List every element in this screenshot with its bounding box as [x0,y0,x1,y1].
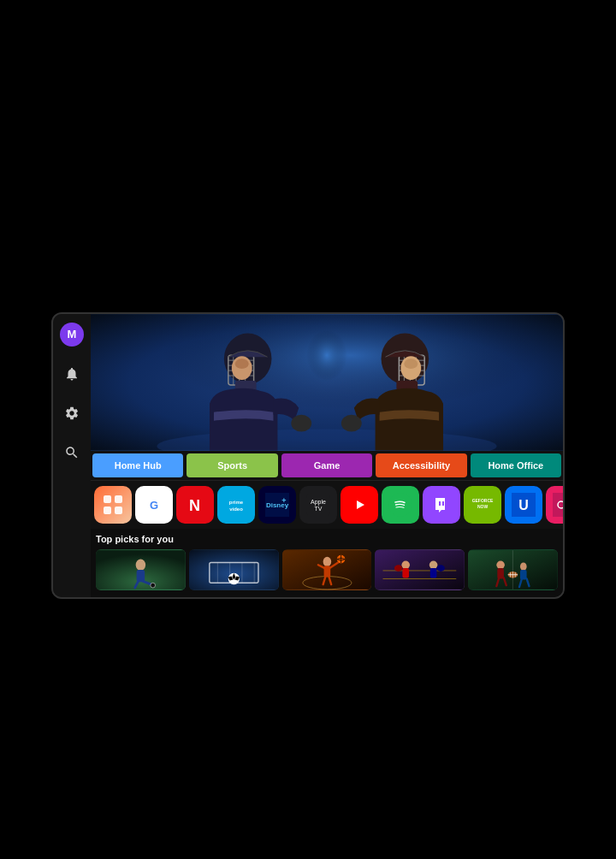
svg-point-75 [136,559,145,570]
svg-rect-32 [104,507,111,514]
svg-text:U: U [518,498,529,512]
app-icon-youtube[interactable] [341,486,378,524]
svg-text:+: + [281,496,286,505]
svg-rect-52 [442,501,444,506]
app-icon-appletv[interactable]: Apple TV [299,486,337,524]
svg-rect-30 [104,495,111,503]
search-icon[interactable] [60,441,84,465]
svg-rect-31 [115,495,122,503]
svg-rect-101 [403,568,410,578]
svg-text:GEFORCE: GEFORCE [472,498,494,503]
svg-rect-33 [115,507,122,514]
tab-sports[interactable]: Sports [187,453,277,477]
svg-point-29 [404,358,418,369]
svg-point-112 [520,562,527,571]
sidebar: M [53,314,91,597]
svg-text:prime: prime [229,500,244,505]
svg-point-24 [341,414,362,431]
svg-rect-104 [430,568,437,578]
hero-image [91,314,563,451]
svg-text:video: video [229,507,243,512]
svg-text:G: G [150,499,158,512]
app-icon-disney[interactable]: Disney + [258,486,296,524]
app-icon-google[interactable]: G [135,486,173,524]
tab-home-office[interactable]: Home Office [471,453,561,477]
top-picks-section: Top picks for you [91,529,563,597]
category-tabs: Home Hub Sports Game Accessibility Home … [91,451,563,481]
svg-point-108 [497,560,506,569]
tv-inner: M [53,314,563,597]
tv-frame: M [51,312,565,599]
app-icon-nvidia[interactable]: GEFORCE NOW [464,486,501,524]
bell-icon[interactable] [60,362,84,386]
svg-point-89 [323,556,331,566]
tab-accessibility[interactable]: Accessibility [376,453,466,477]
pick-card-2[interactable] [189,549,279,590]
svg-point-13 [291,414,311,431]
pick-card-3[interactable] [282,549,372,590]
svg-text:TV: TV [315,506,323,512]
app-icon-spotify[interactable] [382,486,419,524]
svg-rect-38 [224,493,248,517]
svg-rect-25 [286,314,367,416]
pick-card-5[interactable] [468,549,558,590]
svg-rect-51 [439,501,441,506]
app-icon-netflix[interactable]: N [176,486,214,524]
pick-card-1[interactable] [96,549,186,590]
pick-card-4[interactable] [375,549,465,590]
svg-point-79 [151,583,156,588]
svg-text:Apple: Apple [311,499,326,506]
profile-icon[interactable]: M [60,323,84,347]
svg-text:NOW: NOW [477,504,489,509]
tab-home-hub[interactable]: Home Hub [92,453,183,477]
svg-point-105 [437,565,446,572]
picks-row [96,549,558,590]
app-icon-prime[interactable]: prime video [217,486,255,524]
svg-point-103 [429,560,438,569]
svg-rect-97 [375,550,465,589]
tab-game[interactable]: Game [281,453,372,477]
app-icon-apps[interactable] [94,486,132,524]
svg-point-100 [402,560,411,569]
hero-banner [91,314,563,451]
main-content: Home Hub Sports Game Accessibility Home … [91,314,563,597]
app-icon-ar[interactable] [546,486,563,524]
app-icon-twitch[interactable] [423,486,460,524]
app-row: G N prime video [91,481,563,529]
svg-rect-44 [306,493,330,517]
app-icon-u[interactable]: U [505,486,542,524]
svg-point-102 [394,565,403,572]
settings-icon[interactable] [60,401,84,425]
top-picks-label: Top picks for you [96,534,558,544]
svg-text:N: N [189,497,200,514]
svg-point-27 [235,358,249,369]
